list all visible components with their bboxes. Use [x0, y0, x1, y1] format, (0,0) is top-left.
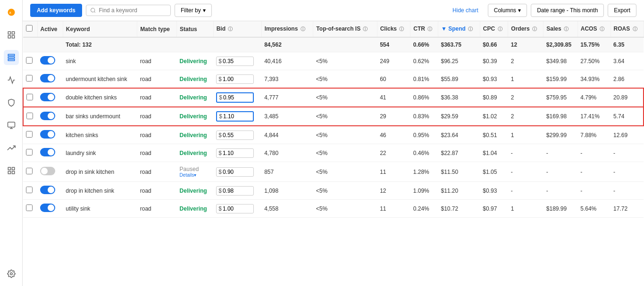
select-all-checkbox[interactable]: [26, 25, 33, 32]
columns-button[interactable]: Columns ▾: [488, 4, 527, 17]
row-checkbox[interactable]: [26, 131, 33, 138]
active-toggle[interactable]: [40, 130, 55, 139]
row-checkbox-cell: [23, 70, 37, 89]
header-active[interactable]: Active: [37, 21, 63, 37]
bid-input[interactable]: [223, 188, 246, 194]
sidebar-item-analytics[interactable]: [4, 73, 19, 88]
row-acos: 4.79%: [577, 88, 611, 107]
export-button[interactable]: Export: [608, 4, 636, 17]
row-acos: -: [577, 144, 611, 162]
row-checkbox[interactable]: [26, 168, 33, 174]
header-cpc[interactable]: CPC ⓘ: [480, 21, 508, 37]
bid-input[interactable]: [223, 76, 246, 82]
bid-input[interactable]: [223, 94, 247, 101]
row-status: Delivering: [177, 107, 214, 126]
date-range-button[interactable]: Date range - This month: [531, 4, 604, 17]
active-toggle[interactable]: [40, 148, 55, 156]
row-active-cell: [37, 52, 63, 70]
row-checkbox[interactable]: [26, 94, 33, 100]
total-top-search: [313, 37, 377, 52]
sidebar-logo[interactable]: a: [4, 5, 19, 20]
row-keyword: undermount kitchen sink: [63, 70, 137, 89]
row-roas: -: [611, 144, 644, 162]
total-orders: 12: [508, 37, 544, 52]
filter-button[interactable]: Filter by ▾: [175, 4, 212, 17]
row-orders: 2: [508, 107, 544, 126]
header-match-type[interactable]: Match type: [137, 21, 177, 37]
bid-input[interactable]: [223, 205, 246, 212]
row-checkbox[interactable]: [26, 75, 33, 82]
active-toggle[interactable]: [40, 93, 55, 101]
header-acos[interactable]: ACOS ⓘ: [577, 21, 611, 37]
clicks-info-icon: ⓘ: [399, 26, 404, 32]
row-impressions: 4,558: [261, 200, 313, 218]
sidebar: a: [0, 0, 23, 286]
header-spend[interactable]: ▼ Spend ⓘ: [438, 21, 480, 37]
main-content: Add keywords Filter by ▾ Hide chart Colu…: [23, 0, 644, 286]
header-roas[interactable]: ROAS ⓘ: [611, 21, 644, 37]
total-active-cell: [37, 37, 63, 52]
row-keyword: drop in kitchen sink: [63, 182, 137, 200]
row-bid: $: [213, 88, 261, 107]
svg-rect-6: [8, 54, 15, 56]
paused-details[interactable]: Details▾: [180, 172, 211, 178]
row-orders: -: [508, 144, 544, 162]
search-input[interactable]: [99, 7, 167, 14]
header-top-of-search[interactable]: Top-of-search IS ⓘ: [313, 21, 377, 37]
filter-label: Filter by: [181, 7, 201, 14]
sidebar-item-monitor[interactable]: [4, 118, 19, 133]
header-status[interactable]: Status: [177, 21, 214, 37]
row-active-cell: [37, 144, 63, 162]
table-row: bar sinks undermount road Delivering $ 3…: [23, 107, 644, 126]
bid-input[interactable]: [223, 132, 246, 139]
columns-label: Columns: [494, 7, 516, 14]
total-sales: $2,309.85: [544, 37, 577, 52]
row-orders: 1: [508, 70, 544, 89]
row-clicks: 11: [377, 162, 410, 182]
header-keyword[interactable]: Keyword: [63, 21, 137, 37]
row-checkbox[interactable]: [26, 113, 33, 119]
row-keyword: sink: [63, 52, 137, 70]
sidebar-item-dashboard[interactable]: [4, 27, 19, 42]
hide-chart-button[interactable]: Hide chart: [447, 4, 484, 16]
header-orders[interactable]: Orders ⓘ: [508, 21, 544, 37]
active-toggle[interactable]: [40, 56, 55, 65]
active-toggle[interactable]: [40, 186, 55, 194]
row-checkbox[interactable]: [26, 187, 33, 193]
row-status: Delivering: [177, 88, 214, 107]
active-toggle[interactable]: [40, 167, 55, 175]
row-checkbox[interactable]: [26, 204, 33, 211]
sidebar-item-shield[interactable]: [4, 95, 19, 110]
sidebar-item-grid2[interactable]: [4, 163, 19, 178]
active-toggle[interactable]: [40, 112, 55, 120]
dollar-sign: $: [218, 132, 222, 139]
chevron-down-icon2: ▾: [518, 7, 521, 14]
row-checkbox[interactable]: [26, 149, 33, 155]
row-impressions: 1,098: [261, 182, 313, 200]
row-checkbox[interactable]: [26, 57, 33, 64]
row-cpc: $0.93: [480, 182, 508, 200]
add-keywords-button[interactable]: Add keywords: [30, 4, 82, 17]
bid-input[interactable]: [223, 113, 247, 120]
sidebar-item-settings[interactable]: [4, 266, 19, 281]
bid-input[interactable]: [223, 150, 246, 156]
svg-rect-2: [8, 32, 10, 34]
table-row: drop in sink kitchen road PausedDetails▾…: [23, 162, 644, 182]
header-clicks[interactable]: Clicks ⓘ: [377, 21, 410, 37]
row-bid: $: [213, 126, 261, 144]
active-toggle[interactable]: [40, 74, 55, 82]
header-sales[interactable]: Sales ⓘ: [544, 21, 577, 37]
row-clicks: 41: [377, 88, 410, 107]
header-ctr[interactable]: CTR ⓘ: [410, 21, 438, 37]
bid-input[interactable]: [223, 58, 246, 65]
sidebar-item-campaigns[interactable]: [4, 50, 19, 65]
header-bid[interactable]: Bid ⓘ: [213, 21, 261, 37]
sidebar-item-chart[interactable]: [4, 140, 19, 155]
bid-input-wrap: $: [216, 57, 254, 66]
row-orders: 1: [508, 126, 544, 144]
bid-input[interactable]: [223, 169, 246, 175]
status-badge: Delivering: [180, 205, 207, 212]
orders-info-icon: ⓘ: [532, 26, 537, 32]
header-impressions[interactable]: Impressions ⓘ: [261, 21, 313, 37]
active-toggle[interactable]: [40, 204, 55, 212]
